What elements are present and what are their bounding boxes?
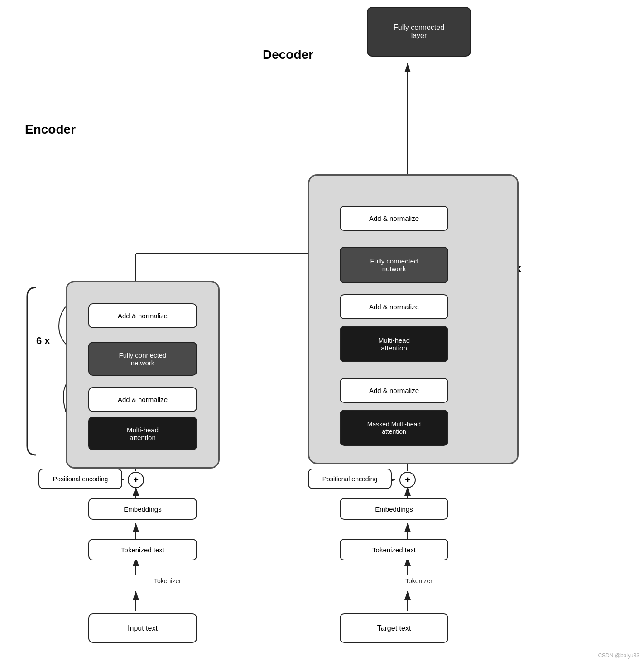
encoder-fcn: Fully connected network	[88, 342, 197, 376]
encoder-add-norm-top: Add & normalize	[88, 303, 197, 328]
encoder-plus-circle: +	[128, 472, 144, 488]
decoder-add-norm-bottom: Add & normalize	[340, 378, 448, 403]
encoder-tokenized: Tokenized text	[88, 539, 197, 560]
encoder-label: Encoder	[25, 122, 76, 137]
encoder-mha: Multi-head attention	[88, 417, 197, 450]
decoder-tokenized: Tokenized text	[340, 539, 448, 560]
encoder-embeddings: Embeddings	[88, 498, 197, 520]
decoder-plus-circle: +	[399, 472, 416, 488]
decoder-tokenizer-label: Tokenizer	[405, 577, 433, 584]
decoder-pos-encoding: Positional encoding	[308, 469, 392, 489]
encoder-tokenizer-label: Tokenizer	[154, 577, 181, 584]
decoder-masked-mha: Masked Multi-head attention	[340, 410, 448, 446]
encoder-input-text: Input text	[88, 613, 197, 643]
decoder-embeddings: Embeddings	[340, 498, 448, 520]
decoder-target-text: Target text	[340, 613, 448, 643]
decoder-fully-connected-layer: Fully connected layer	[367, 7, 471, 57]
decoder-label: Decoder	[263, 48, 313, 62]
decoder-add-norm-top: Add & normalize	[340, 206, 448, 231]
decoder-fcn: Fully connected network	[340, 247, 448, 283]
decoder-add-norm-mid: Add & normalize	[340, 294, 448, 319]
encoder-pos-encoding: Positional encoding	[38, 469, 122, 489]
decoder-mha: Multi-head attention	[340, 326, 448, 362]
watermark: CSDN @baiyu33	[598, 652, 639, 659]
encoder-add-norm-bottom: Add & normalize	[88, 387, 197, 412]
